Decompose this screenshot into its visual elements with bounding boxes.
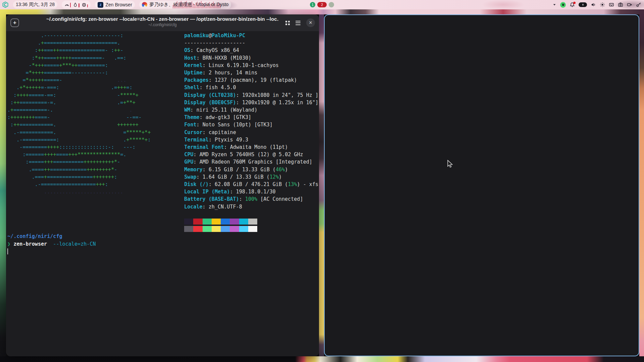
wallpaper-gap-strip bbox=[319, 14, 324, 356]
brightness-icon[interactable] bbox=[600, 2, 605, 7]
key-icon[interactable] bbox=[636, 2, 641, 7]
system-tray bbox=[552, 0, 641, 9]
temp-bar bbox=[78, 3, 79, 7]
volume-icon[interactable] bbox=[591, 2, 596, 7]
notification-dot bbox=[573, 2, 576, 4]
temperature-icon bbox=[73, 2, 78, 7]
terminal-titlebar[interactable]: + ~/.config/niri/cfg: zen-browser --loca… bbox=[6, 14, 319, 31]
workspace-indicators: 12 bbox=[310, 0, 334, 9]
workspace-2[interactable]: 2 bbox=[317, 2, 327, 7]
workspace-3[interactable] bbox=[329, 2, 334, 7]
zen-browser-window[interactable] bbox=[324, 14, 639, 356]
chevron-down-icon[interactable] bbox=[552, 3, 556, 7]
media-app-icon bbox=[142, 2, 147, 7]
clock[interactable]: 13:36 周六, 3月 28 bbox=[13, 1, 57, 9]
system-monitor-group[interactable] bbox=[62, 1, 91, 9]
menu-icon[interactable] bbox=[296, 21, 301, 25]
close-button[interactable]: ✕ bbox=[306, 18, 315, 27]
cat-tray-icon[interactable] bbox=[560, 2, 566, 8]
cachyos-logo-icon bbox=[2, 1, 9, 8]
new-tab-button[interactable]: + bbox=[10, 18, 19, 27]
zen-browser-icon: z bbox=[98, 2, 103, 8]
clock-text: 13:36 周六, 3月 28 bbox=[16, 2, 55, 8]
camera-icon[interactable] bbox=[618, 2, 623, 7]
terminal-subtitle: ~/.config/niri/cfg bbox=[46, 22, 279, 27]
tab-overview-icon[interactable] bbox=[285, 21, 290, 25]
mem-bar bbox=[87, 4, 88, 7]
battery-indicator[interactable] bbox=[579, 2, 587, 7]
wallpaper-bottom-strip bbox=[0, 356, 644, 362]
workspace-1[interactable]: 1 bbox=[310, 2, 315, 7]
gauge-icon bbox=[64, 2, 69, 7]
wallpaper-right-edge bbox=[639, 9, 644, 362]
top-bar: 13:36 周六, 3月 28 z Zen Browser 夢乃ゆき、綾瀬理恵 … bbox=[0, 0, 644, 9]
terminal-output: .-------------------------: palomiku@Pal… bbox=[7, 32, 318, 255]
zen-browser-label: Zen Browser bbox=[105, 2, 132, 7]
wallpaper-top-strip bbox=[0, 9, 644, 14]
terminal-window[interactable]: + ~/.config/niri/cfg: zen-browser --loca… bbox=[6, 14, 319, 356]
keyboard-icon[interactable] bbox=[609, 2, 614, 7]
notification-bell-icon[interactable] bbox=[570, 2, 575, 7]
media-player-widget[interactable]: 夢乃ゆき、綾瀬理恵 - Utopia or Dysto bbox=[139, 1, 231, 9]
terminal-title: ~/.config/niri/cfg: zen-browser --locale… bbox=[46, 16, 279, 22]
wallpaper-left-edge bbox=[0, 9, 6, 362]
zen-browser-taskbar-item[interactable]: z Zen Browser bbox=[95, 1, 135, 9]
cpu-usage-bar bbox=[70, 3, 71, 7]
media-title: 夢乃ゆき、綾瀬理恵 - Utopia or Dysto bbox=[150, 2, 229, 8]
video-camera-icon[interactable] bbox=[627, 2, 632, 7]
cpu-chip-icon bbox=[82, 2, 87, 7]
mouse-cursor bbox=[447, 160, 454, 169]
